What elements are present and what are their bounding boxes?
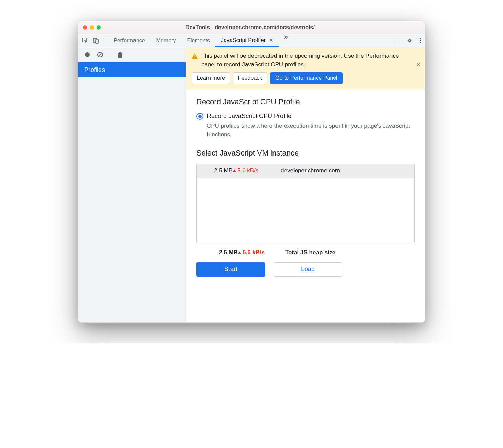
toolbar-divider (104, 37, 104, 44)
radio-label: Record JavaScript CPU Profile (207, 113, 291, 120)
window-title: DevTools - developer.chrome.com/docs/dev… (80, 24, 420, 31)
radio-description: CPU profiles show where the execution ti… (207, 122, 415, 139)
sidebar-toolbar (78, 47, 186, 62)
arrow-up-icon (238, 251, 241, 254)
load-button[interactable]: Load (274, 262, 342, 277)
warning-icon (192, 53, 198, 59)
totals-row: 2.5 MB 5.6 kB/s Total JS heap size (196, 249, 415, 256)
clear-icon[interactable] (97, 51, 104, 58)
sidebar: Profiles (78, 47, 186, 322)
record-icon[interactable] (84, 52, 90, 58)
vm-size: 2.5 MB (202, 167, 233, 174)
vm-rate: 5.6 kB/s (233, 167, 274, 174)
learn-more-button[interactable]: Learn more (192, 72, 230, 84)
svg-point-4 (420, 40, 421, 41)
main-panel: This panel will be deprecated in the upc… (186, 47, 425, 322)
start-button[interactable]: Start (196, 262, 265, 277)
sidebar-item-profiles[interactable]: Profiles (78, 62, 186, 77)
device-toggle-icon[interactable] (93, 37, 99, 44)
record-heading: Record JavaScript CPU Profile (196, 97, 415, 106)
svg-point-3 (420, 38, 421, 39)
tab-elements[interactable]: Elements (181, 34, 215, 47)
toolbar-divider-right (396, 37, 396, 44)
panel-tabs: Performance Memory Elements JavaScript P… (108, 34, 292, 47)
banner-close-icon[interactable]: ✕ (416, 61, 421, 68)
vm-instance-row[interactable]: 2.5 MB 5.6 kB/s developer.chrome.com (197, 164, 414, 178)
vm-hostname: developer.chrome.com (281, 167, 340, 174)
tab-memory[interactable]: Memory (151, 34, 182, 47)
svg-rect-2 (96, 39, 98, 43)
total-rate: 5.6 kB/s (238, 249, 279, 256)
vm-heading: Select JavaScript VM instance (196, 149, 415, 158)
deprecation-banner: This panel will be deprecated in the upc… (186, 47, 425, 89)
devtools-toolbar: Performance Memory Elements JavaScript P… (78, 34, 425, 47)
tab-performance[interactable]: Performance (108, 34, 151, 47)
tab-javascript-profiler[interactable]: JavaScript Profiler ✕ (215, 34, 279, 47)
svg-point-5 (420, 42, 421, 43)
feedback-button[interactable]: Feedback (233, 72, 267, 84)
settings-gear-icon[interactable] (406, 37, 413, 44)
banner-text: This panel will be deprecated in the upc… (201, 52, 412, 69)
record-radio-option[interactable]: Record JavaScript CPU Profile (196, 113, 415, 120)
total-rate-value: 5.6 kB/s (243, 249, 265, 256)
devtools-window: DevTools - developer.chrome.com/docs/dev… (78, 21, 425, 323)
kebab-menu-icon[interactable] (419, 37, 421, 44)
total-size: 2.5 MB (207, 249, 238, 256)
svg-point-6 (85, 52, 90, 57)
tab-label: JavaScript Profiler (221, 37, 266, 43)
delete-icon[interactable] (117, 51, 124, 58)
radio-icon (196, 113, 203, 120)
vm-instance-list: 2.5 MB 5.6 kB/s developer.chrome.com (196, 164, 415, 243)
goto-performance-button[interactable]: Go to Performance Panel (270, 72, 343, 84)
vm-rate-value: 5.6 kB/s (237, 167, 258, 174)
tab-close-icon[interactable]: ✕ (269, 37, 274, 43)
totals-label: Total JS heap size (285, 249, 335, 256)
arrow-up-icon (233, 169, 236, 172)
inspect-element-icon[interactable] (82, 37, 88, 44)
sidebar-item-label: Profiles (84, 66, 105, 74)
more-tabs-icon[interactable] (279, 34, 292, 47)
titlebar: DevTools - developer.chrome.com/docs/dev… (78, 21, 425, 34)
